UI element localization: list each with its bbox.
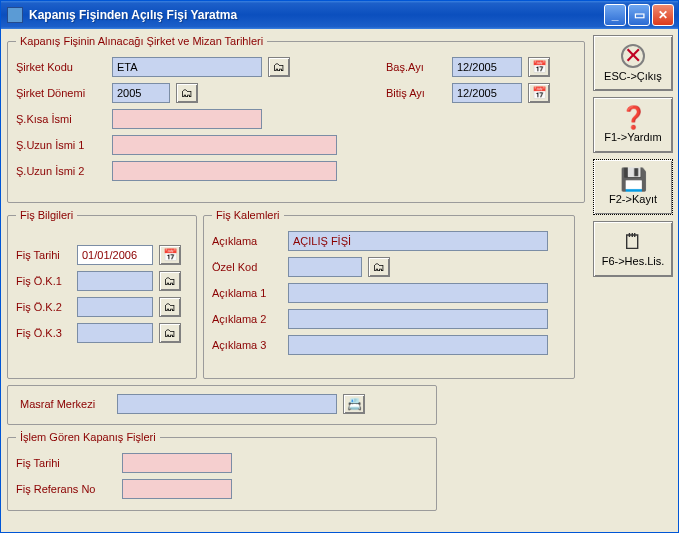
window-title: Kapanış Fişinden Açılış Fişi Yaratma	[29, 8, 604, 22]
group-fis-kalemleri-legend: Fiş Kalemleri	[212, 209, 284, 221]
fis-ok2-label: Fiş Ö.K.2	[16, 301, 71, 313]
calendar-icon: 📅	[532, 60, 547, 74]
lookup-icon: 🗂	[181, 86, 193, 100]
lookup-icon: 🗂	[373, 260, 385, 274]
s-uzun-ismi2-label: Ş.Uzun İsmi 2	[16, 165, 106, 177]
aciklama3-label: Açıklama 3	[212, 339, 282, 351]
aciklama1-label: Açıklama 1	[212, 287, 282, 299]
fis-tarihi-label: Fiş Tarihi	[16, 249, 71, 261]
lookup-icon: 🗂	[164, 326, 176, 340]
group-islem-goren: İşlem Gören Kapanış Fişleri Fiş Tarihi F…	[7, 431, 437, 511]
maximize-icon: ▭	[634, 8, 645, 22]
islem-fis-tarihi-input[interactable]	[122, 453, 232, 473]
islem-fis-referans-label: Fiş Referans No	[16, 483, 116, 495]
calendar-icon: 📅	[163, 248, 178, 262]
fis-ok2-lookup-button[interactable]: 🗂	[159, 297, 181, 317]
aciklama3-input[interactable]	[288, 335, 548, 355]
bitis-ayi-label: Bitiş Ayı	[386, 87, 446, 99]
islem-fis-tarihi-label: Fiş Tarihi	[16, 457, 116, 469]
save-icon: 💾	[620, 169, 647, 191]
group-masraf-merkezi: Masraf Merkezi 📇	[7, 385, 437, 425]
esc-cikis-label: ESC->Çıkış	[604, 70, 662, 82]
fis-ok3-label: Fiş Ö.K.3	[16, 327, 71, 339]
aciklama-label: Açıklama	[212, 235, 282, 247]
lookup-icon: 🗂	[273, 60, 285, 74]
lookup-icon: 🗂	[164, 300, 176, 314]
fis-ok3-input[interactable]	[77, 323, 153, 343]
group-kapanis-legend: Kapanış Fişinin Alınacağı Şirket ve Miza…	[16, 35, 267, 47]
f6-heslis-button[interactable]: 🗒 F6->Hes.Lis.	[593, 221, 673, 277]
maximize-button[interactable]: ▭	[628, 4, 650, 26]
bas-ayi-input[interactable]	[452, 57, 522, 77]
fis-ok1-input[interactable]	[77, 271, 153, 291]
group-fis-bilgileri: Fiş Bilgileri Fiş Tarihi 📅 Fiş Ö.K.1 🗂 F…	[7, 209, 197, 379]
aciklama1-input[interactable]	[288, 283, 548, 303]
group-islem-goren-legend: İşlem Gören Kapanış Fişleri	[16, 431, 160, 443]
minimize-icon: _	[612, 8, 619, 22]
islem-fis-referans-input[interactable]	[122, 479, 232, 499]
minimize-button[interactable]: _	[604, 4, 626, 26]
s-uzun-ismi2-input[interactable]	[112, 161, 337, 181]
masraf-merkezi-input[interactable]	[117, 394, 337, 414]
group-kapanis-fisi: Kapanış Fişinin Alınacağı Şirket ve Miza…	[7, 35, 585, 203]
bas-ayi-calendar-button[interactable]: 📅	[528, 57, 550, 77]
ozel-kod-input[interactable]	[288, 257, 362, 277]
close-button[interactable]: ✕	[652, 4, 674, 26]
help-icon: ❓	[620, 107, 647, 129]
aciklama-input[interactable]	[288, 231, 548, 251]
close-icon: ✕	[658, 8, 668, 22]
list-icon: 🗒	[622, 231, 644, 253]
f2-kayit-label: F2->Kayıt	[609, 193, 657, 205]
bas-ayi-label: Baş.Ayı	[386, 61, 446, 73]
group-fis-bilgileri-legend: Fiş Bilgileri	[16, 209, 77, 221]
calendar-icon: 📅	[532, 86, 547, 100]
aciklama2-label: Açıklama 2	[212, 313, 282, 325]
titlebar: Kapanış Fişinden Açılış Fişi Yaratma _ ▭…	[1, 1, 678, 29]
lookup-icon: 🗂	[164, 274, 176, 288]
masraf-merkezi-lookup-button[interactable]: 📇	[343, 394, 365, 414]
fis-ok3-lookup-button[interactable]: 🗂	[159, 323, 181, 343]
fis-ok1-lookup-button[interactable]: 🗂	[159, 271, 181, 291]
s-uzun-ismi1-label: Ş.Uzun İsmi 1	[16, 139, 106, 151]
fis-tarihi-input[interactable]	[77, 245, 153, 265]
aciklama2-input[interactable]	[288, 309, 548, 329]
sirket-donemi-lookup-button[interactable]: 🗂	[176, 83, 198, 103]
sirket-kodu-lookup-button[interactable]: 🗂	[268, 57, 290, 77]
ozel-kod-lookup-button[interactable]: 🗂	[368, 257, 390, 277]
cancel-icon: ✕	[621, 44, 645, 68]
group-fis-kalemleri: Fiş Kalemleri Açıklama Özel Kod 🗂 Açıkla…	[203, 209, 575, 379]
f2-kayit-button[interactable]: 💾 F2->Kayıt	[593, 159, 673, 215]
fis-ok1-label: Fiş Ö.K.1	[16, 275, 71, 287]
ozel-kod-label: Özel Kod	[212, 261, 282, 273]
lookup-icon: 📇	[347, 397, 362, 411]
f1-yardim-label: F1->Yardım	[604, 131, 662, 143]
sirket-donemi-input[interactable]	[112, 83, 170, 103]
app-icon	[7, 7, 23, 23]
esc-cikis-button[interactable]: ✕ ESC->Çıkış	[593, 35, 673, 91]
bitis-ayi-input[interactable]	[452, 83, 522, 103]
s-kisa-ismi-label: Ş.Kısa İsmi	[16, 113, 106, 125]
bitis-ayi-calendar-button[interactable]: 📅	[528, 83, 550, 103]
masraf-merkezi-label: Masraf Merkezi	[16, 398, 111, 410]
sirket-kodu-label: Şirket Kodu	[16, 61, 106, 73]
s-kisa-ismi-input[interactable]	[112, 109, 262, 129]
s-uzun-ismi1-input[interactable]	[112, 135, 337, 155]
sirket-donemi-label: Şirket Dönemi	[16, 87, 106, 99]
f1-yardim-button[interactable]: ❓ F1->Yardım	[593, 97, 673, 153]
fis-tarihi-calendar-button[interactable]: 📅	[159, 245, 181, 265]
f6-heslis-label: F6->Hes.Lis.	[602, 255, 665, 267]
fis-ok2-input[interactable]	[77, 297, 153, 317]
sirket-kodu-input[interactable]	[112, 57, 262, 77]
